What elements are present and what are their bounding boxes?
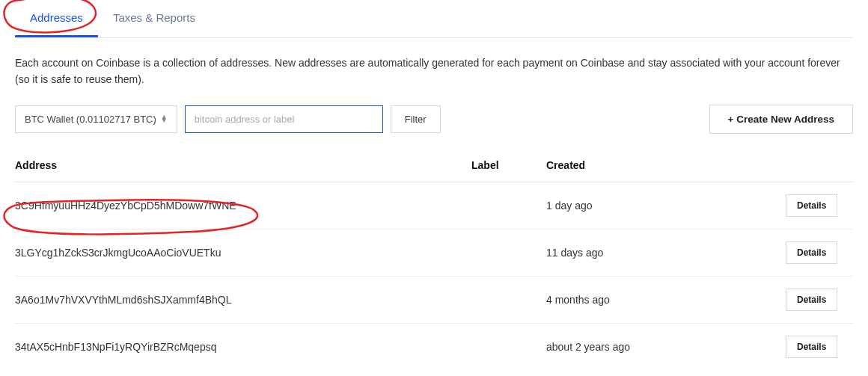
table-row: 3C9HfmyuuHHz4DyezYbCpD5hMDoww7fWNE 1 day… bbox=[15, 182, 853, 229]
wallet-select-label: BTC Wallet (0.01102717 BTC) bbox=[25, 114, 156, 125]
table-header: Address Label Created bbox=[15, 149, 853, 182]
created-cell: about 2 years ago bbox=[546, 341, 786, 353]
filter-button[interactable]: Filter bbox=[391, 105, 441, 133]
details-button[interactable]: Details bbox=[786, 194, 837, 217]
table-row: 3A6o1Mv7hVXVYthMLmd6shSJXammf4BhQL 4 mon… bbox=[15, 277, 853, 324]
address-cell: 3LGYcg1hZckS3crJkmgUcoAAoCioVUETku bbox=[15, 247, 471, 259]
description-text: Each account on Coinbase is a collection… bbox=[15, 38, 853, 105]
created-cell: 1 day ago bbox=[546, 200, 786, 212]
created-cell: 11 days ago bbox=[546, 247, 786, 259]
header-created: Created bbox=[546, 159, 786, 171]
search-input[interactable] bbox=[185, 105, 383, 133]
tab-taxes-reports[interactable]: Taxes & Reports bbox=[98, 0, 210, 37]
tab-addresses[interactable]: Addresses bbox=[15, 0, 98, 37]
wallet-select[interactable]: BTC Wallet (0.01102717 BTC) ▲▼ bbox=[15, 105, 177, 133]
tabs: Addresses Taxes & Reports bbox=[15, 0, 853, 38]
address-cell: 34tAX5cHnbF13NpFi1yRQYirBZRcMqepsq bbox=[15, 341, 471, 353]
header-label: Label bbox=[471, 159, 546, 171]
addresses-table: Address Label Created 3C9HfmyuuHHz4DyezY… bbox=[15, 149, 853, 370]
table-row: 34tAX5cHnbF13NpFi1yRQYirBZRcMqepsq about… bbox=[15, 324, 853, 370]
header-address: Address bbox=[15, 159, 471, 171]
address-cell: 3C9HfmyuuHHz4DyezYbCpD5hMDoww7fWNE bbox=[15, 200, 471, 212]
controls-row: BTC Wallet (0.01102717 BTC) ▲▼ Filter + … bbox=[15, 105, 853, 149]
create-address-button[interactable]: + Create New Address bbox=[709, 105, 853, 134]
address-cell: 3A6o1Mv7hVXVYthMLmd6shSJXammf4BhQL bbox=[15, 294, 471, 306]
details-button[interactable]: Details bbox=[786, 289, 837, 311]
details-button[interactable]: Details bbox=[786, 241, 837, 264]
details-button[interactable]: Details bbox=[786, 336, 837, 358]
table-row: 3LGYcg1hZckS3crJkmgUcoAAoCioVUETku 11 da… bbox=[15, 229, 853, 277]
created-cell: 4 months ago bbox=[546, 294, 786, 306]
sort-arrows-icon: ▲▼ bbox=[161, 115, 168, 123]
